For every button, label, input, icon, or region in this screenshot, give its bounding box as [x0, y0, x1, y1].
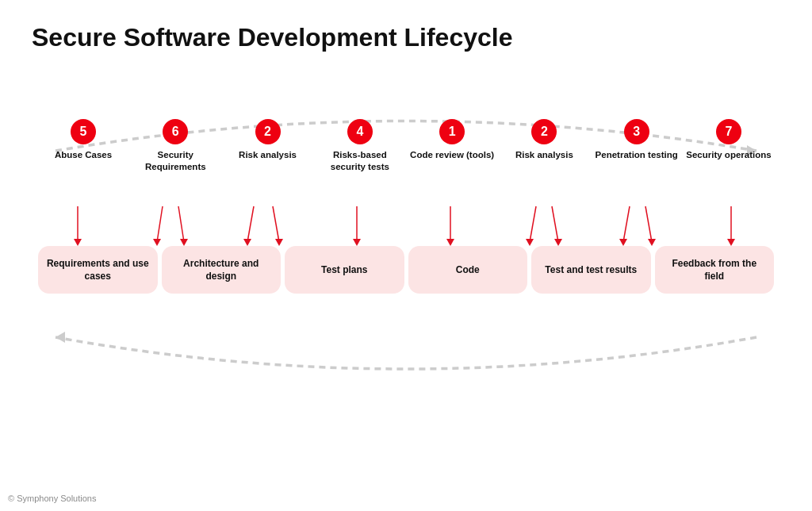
step-badge-6: 2 [531, 119, 557, 144]
steps-row: 5Abuse Cases6Security Requirements2Risk … [32, 119, 780, 173]
diagram-area: 5Abuse Cases6Security Requirements2Risk … [32, 75, 780, 440]
step-2: 6Security Requirements [132, 119, 219, 173]
copyright: © Symphony Solutions [8, 494, 96, 503]
step-label-7: Penetration testing [596, 149, 678, 161]
phase-box-3: Test plans [285, 246, 404, 294]
step-label-5: Code review (tools) [410, 149, 494, 161]
svg-line-22 [645, 206, 652, 242]
phase-box-6: Feedback from the field [655, 246, 775, 294]
svg-marker-7 [180, 239, 188, 246]
svg-line-4 [157, 206, 163, 242]
step-badge-3: 2 [255, 119, 281, 144]
svg-line-18 [552, 206, 558, 242]
step-badge-5: 1 [439, 119, 465, 144]
svg-marker-17 [526, 239, 534, 246]
phase-box-1: Requirements and use cases [38, 246, 158, 294]
step-label-2: Security Requirements [132, 149, 219, 173]
step-label-6: Risk analysis [515, 149, 573, 161]
svg-line-8 [247, 206, 254, 242]
phase-box-2: Architecture and design [162, 246, 282, 294]
step-4: 4Risks-based security tests [316, 119, 404, 173]
svg-line-20 [623, 206, 630, 242]
svg-line-10 [273, 206, 279, 242]
svg-marker-23 [648, 239, 656, 246]
svg-line-16 [530, 206, 536, 242]
svg-marker-1 [56, 332, 65, 343]
svg-line-6 [178, 206, 184, 242]
step-badge-1: 5 [71, 119, 96, 144]
step-label-3: Risk analysis [239, 149, 297, 161]
step-badge-8: 7 [716, 119, 741, 144]
svg-marker-11 [275, 239, 283, 246]
step-label-8: Security operations [686, 149, 771, 161]
step-7: 3Penetration testing [593, 119, 680, 161]
page: Secure Software Development Lifecycle [0, 0, 812, 511]
step-8: 7Security operations [685, 119, 772, 161]
page-title: Secure Software Development Lifecycle [32, 24, 780, 52]
svg-marker-25 [727, 239, 735, 246]
svg-marker-5 [153, 239, 161, 246]
svg-marker-3 [74, 239, 82, 246]
step-badge-4: 4 [347, 119, 373, 144]
step-5: 1Code review (tools) [408, 119, 496, 161]
step-label-4: Risks-based security tests [316, 149, 404, 173]
step-badge-2: 6 [163, 119, 188, 144]
step-label-1: Abuse Cases [55, 149, 112, 161]
svg-marker-15 [446, 239, 454, 246]
phases-row: Requirements and use casesArchitecture a… [32, 246, 780, 294]
step-badge-7: 3 [624, 119, 649, 144]
svg-marker-13 [353, 239, 361, 246]
svg-marker-9 [243, 239, 251, 246]
svg-marker-21 [619, 239, 627, 246]
step-1: 5Abuse Cases [40, 119, 127, 161]
phase-box-5: Test and test results [531, 246, 651, 294]
phase-box-4: Code [408, 246, 528, 294]
svg-marker-19 [554, 239, 562, 246]
step-6: 2Risk analysis [500, 119, 588, 161]
step-3: 2Risk analysis [224, 119, 312, 161]
